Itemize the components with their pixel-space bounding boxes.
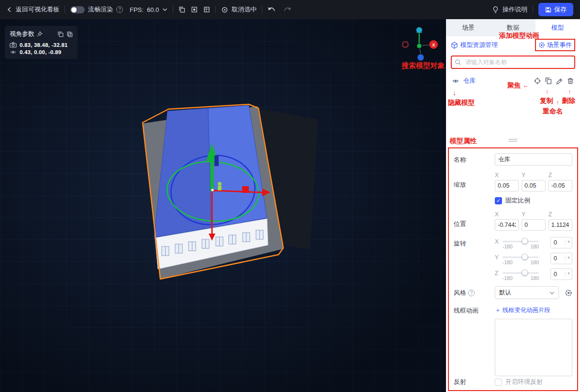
rotation-x-axis-label: X: [495, 237, 502, 245]
scale-row: 缩放 X Y Z: [454, 172, 572, 191]
style-label-wrap: 风格: [454, 286, 495, 299]
rotation-x-slider[interactable]: -180 180: [502, 237, 539, 249]
style-help-icon[interactable]: [468, 290, 475, 296]
search-icon: [455, 59, 461, 67]
undo-icon[interactable]: [268, 6, 276, 13]
annotation-copy: 复制: [540, 97, 553, 105]
tab-model[interactable]: 模型: [535, 19, 580, 36]
rotation-y-slider[interactable]: -180 180: [502, 253, 539, 265]
position-x-input[interactable]: [495, 219, 519, 231]
copy-icon[interactable]: [545, 77, 552, 85]
scale-x-input[interactable]: [495, 180, 519, 191]
fps-label: FPS:: [130, 6, 144, 13]
layers-tool-icon[interactable]: [191, 6, 198, 13]
save-button[interactable]: 保存: [538, 3, 573, 16]
save-label: 保存: [554, 5, 567, 14]
add-wireframe-animation-button[interactable]: ＋ 线框变化动画片段: [495, 306, 572, 314]
rotation-y-input[interactable]: 0 °: [550, 253, 572, 264]
tab-scene[interactable]: 场景: [446, 19, 491, 36]
rotation-z-value: 0: [551, 271, 565, 278]
position-z-input[interactable]: [548, 219, 572, 231]
rotation-z-axis-label: Z: [495, 269, 502, 277]
duplicate-tool-icon[interactable]: [178, 6, 185, 13]
scene-event-button[interactable]: 场景事件: [535, 39, 575, 51]
rotation-y-value: 0: [551, 255, 565, 262]
reflection-checkbox[interactable]: [495, 379, 502, 386]
annotation-add-model-animation: 添加模型动画: [499, 32, 539, 40]
model-resource-manager-label: 模型资源管理: [460, 41, 498, 49]
name-row: 名称: [454, 153, 572, 166]
tab-scene-label: 场景: [462, 23, 475, 32]
degree-suffix: °: [565, 240, 572, 246]
scale-y-input[interactable]: [522, 180, 546, 191]
object-search: [451, 56, 575, 69]
viewport-3d[interactable]: 视角参数 0.83, 38.48, -32.81: [0, 19, 446, 392]
redo-icon[interactable]: [283, 6, 291, 13]
chevron-down-icon: [549, 291, 555, 295]
slider-min-label: -180: [502, 275, 513, 281]
separator: [533, 6, 533, 13]
axis-gizmo[interactable]: X: [400, 24, 439, 63]
rotation-y-axis-label: Y: [495, 253, 502, 261]
rotation-x-value: 0: [551, 239, 565, 246]
rotation-y-slider-knob[interactable]: [522, 254, 528, 260]
scale-label: 缩放: [454, 172, 495, 191]
position-z-axis-label: Z: [548, 211, 572, 218]
object-list: 仓库 聚焦: [446, 74, 580, 147]
deselect-label: 取消选中: [232, 5, 257, 14]
help-button[interactable]: 操作说明: [492, 5, 527, 14]
frame-tool-icon[interactable]: [203, 6, 210, 13]
separator: [173, 6, 173, 13]
rotation-z-slider[interactable]: -180 180: [502, 269, 539, 281]
back-label: 返回可视化看板: [16, 5, 59, 14]
pin-icon[interactable]: [37, 31, 43, 37]
scale-y-axis-label: Y: [522, 172, 546, 179]
name-input[interactable]: [495, 153, 572, 166]
style-label: 风格: [454, 289, 466, 297]
camera-icon: [10, 42, 17, 48]
back-button[interactable]: 返回可视化看板: [7, 5, 59, 14]
position-x-axis-label: X: [495, 211, 519, 218]
smooth-render-toggle[interactable]: [70, 6, 85, 13]
rotation-z-slider-knob[interactable]: [522, 269, 528, 276]
fixed-ratio-checkbox[interactable]: [495, 197, 502, 204]
fps-control[interactable]: FPS: 60.0: [130, 6, 167, 13]
wireframe-animation-list[interactable]: [495, 319, 572, 376]
paste-values-icon[interactable]: [67, 31, 73, 37]
visibility-eye-icon[interactable]: [452, 78, 459, 84]
rotation-z-input[interactable]: 0 °: [550, 269, 572, 280]
scene-3d-model[interactable]: [110, 77, 335, 297]
copy-values-icon[interactable]: [57, 31, 64, 37]
panel-resize-handle[interactable]: [509, 138, 517, 143]
fixed-ratio-label: 固定比例: [505, 196, 530, 205]
chevron-down-icon: [162, 8, 167, 11]
rotation-row-y: Y -180 180 0 °: [495, 253, 572, 269]
separator: [215, 6, 216, 13]
add-wireframe-animation-label: ＋ 线框变化动画片段: [495, 306, 550, 314]
reflection-label: 反射: [454, 378, 495, 386]
rotation-x-input[interactable]: 0 °: [550, 237, 572, 248]
annotation-search-model: 搜索模型对象: [402, 61, 445, 70]
focus-icon[interactable]: [534, 77, 541, 85]
fps-value: 60.0: [147, 6, 159, 13]
position-y-axis-label: Y: [522, 211, 546, 218]
scale-z-input[interactable]: [548, 180, 572, 191]
object-search-input[interactable]: [451, 56, 575, 69]
tab-data-label: 数据: [507, 23, 519, 32]
model-resource-manager-button[interactable]: 模型资源管理: [451, 41, 498, 49]
position-y-input[interactable]: [522, 219, 546, 231]
slider-max-label: 180: [530, 275, 539, 281]
wireframe-label: 线框动画: [454, 304, 495, 315]
delete-icon[interactable]: [567, 77, 574, 85]
back-chevron-icon: [7, 7, 12, 12]
style-settings-gear-icon[interactable]: [565, 289, 572, 297]
save-icon: [545, 7, 551, 13]
rotation-x-slider-knob[interactable]: [522, 238, 528, 244]
rotation-row-z: Z -180 180 0 °: [495, 269, 572, 284]
style-select[interactable]: 默认: [495, 286, 559, 299]
deselect-button[interactable]: 取消选中: [221, 5, 257, 14]
help-circle-icon[interactable]: [116, 6, 123, 13]
annotation-delete-arrow: ↑: [568, 88, 571, 95]
rename-icon[interactable]: [556, 77, 563, 85]
axis-x-label: X: [432, 43, 435, 47]
